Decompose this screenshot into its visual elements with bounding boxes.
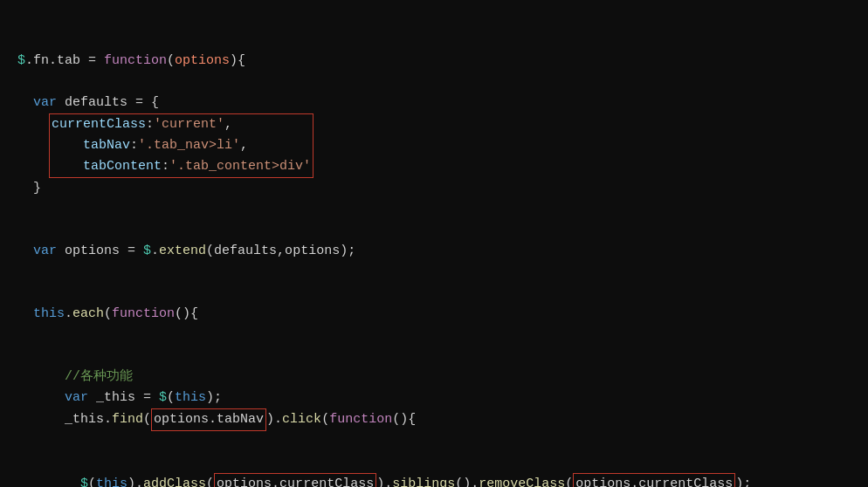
line-blank4	[17, 455, 25, 470]
line-var-this: var _this = $(this);	[17, 390, 222, 405]
line-addclass: $(this).addClass(options.currentClass).s…	[17, 477, 751, 487]
code-block: $.fn.tab = function(options){ var defaul…	[0, 0, 868, 487]
line-blank2	[17, 285, 25, 300]
line-find-click: _this.find(options.tabNav).click(functio…	[17, 412, 416, 427]
defaults-block-container: currentClass:'current', tabNav:'.tab_nav…	[17, 159, 313, 174]
line-var-defaults: var defaults = {	[17, 95, 159, 110]
line-var-options: var options = $.extend(defaults,options)…	[17, 244, 355, 258]
currentclass-box1: options.currentClass	[214, 473, 376, 487]
currentclass-box2: options.currentClass	[573, 473, 735, 487]
tabnav-box1: options.tabNav	[151, 408, 266, 431]
line-blank1	[17, 223, 25, 237]
line-close-defaults: }	[17, 181, 41, 195]
line-jq: $.fn.tab = function(options){	[17, 53, 245, 68]
defaults-outlined-box: currentClass:'current', tabNav:'.tab_nav…	[49, 113, 313, 178]
line-blank3	[17, 348, 25, 363]
line-comment: //各种功能	[17, 369, 133, 384]
line-this-each: this.each(function(){	[17, 306, 198, 321]
